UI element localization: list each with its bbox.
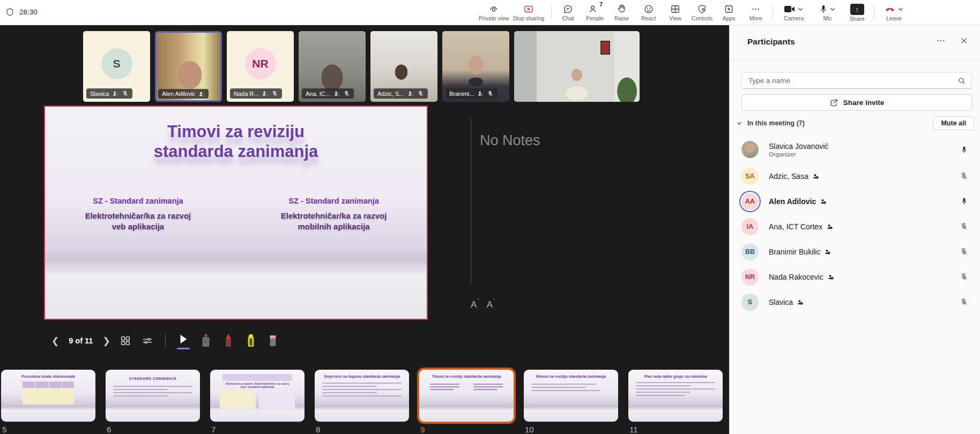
mic-off-icon[interactable] bbox=[960, 247, 968, 256]
video-tile-adzic[interactable]: Adzic, S... bbox=[370, 31, 437, 102]
participant-row[interactable]: BB Branimir Bukilic bbox=[730, 239, 980, 264]
mic-off-icon[interactable] bbox=[960, 222, 968, 231]
filmstrip-slide-5[interactable]: Procedura izrade dokumenata 5 bbox=[1, 370, 95, 434]
mic-label: Mic bbox=[823, 16, 831, 21]
controls-icon bbox=[696, 4, 708, 14]
filmstrip-slide-6[interactable]: STANDARD ZANIMANJA 6 bbox=[106, 370, 200, 434]
participants-panel: Participants Share invite In this meetin… bbox=[729, 25, 980, 434]
guest-badge-icon bbox=[812, 173, 819, 179]
grid-view-button[interactable] bbox=[120, 335, 131, 347]
private-view-button[interactable]: Private view bbox=[479, 0, 509, 25]
share-label: Share bbox=[850, 16, 865, 22]
mic-on-icon[interactable] bbox=[960, 197, 968, 206]
participant-search[interactable] bbox=[741, 72, 972, 89]
wall-poster bbox=[600, 41, 610, 55]
chevron-down-icon[interactable] bbox=[736, 120, 743, 126]
react-button[interactable]: React bbox=[635, 0, 662, 25]
mic-off-icon[interactable] bbox=[960, 171, 968, 181]
video-tile-slavica[interactable]: S Slavica bbox=[83, 31, 150, 102]
laser-pointer-button[interactable] bbox=[199, 333, 212, 348]
filmstrip-slide-9-current[interactable]: Timovi za reviziju standarda zanimanja 9 bbox=[419, 370, 514, 434]
pen-tool-button[interactable] bbox=[222, 333, 235, 348]
avatar: SA bbox=[741, 168, 759, 185]
view-label: View bbox=[669, 16, 681, 21]
filmstrip-slide-11[interactable]: Plan rada radne grupe sa rokovima 11 bbox=[628, 370, 723, 434]
controls-button[interactable]: Controls bbox=[689, 0, 716, 25]
cursor-tool-button[interactable] bbox=[177, 333, 190, 349]
mic-on-icon[interactable] bbox=[960, 145, 968, 154]
participant-row-organizer[interactable]: Slavica Jovanović Organizer bbox=[730, 136, 980, 163]
mic-off-icon[interactable] bbox=[960, 297, 968, 306]
slide-settings-button[interactable] bbox=[141, 335, 154, 347]
font-decrease-button[interactable]: Aˇ bbox=[487, 300, 495, 310]
panel-close-button[interactable] bbox=[960, 36, 968, 46]
share-button[interactable]: ↑ Share bbox=[844, 0, 871, 25]
leave-chevron-icon[interactable] bbox=[897, 6, 904, 12]
participant-row[interactable]: S Slavica bbox=[730, 289, 980, 315]
eraser-icon bbox=[267, 333, 279, 348]
video-tile-alen[interactable]: Alen Adilovic bbox=[155, 31, 222, 102]
avatar: S bbox=[741, 294, 759, 311]
video-tile-ana[interactable]: Ana, IC... bbox=[299, 31, 366, 102]
stop-sharing-button[interactable]: Stop sharing bbox=[509, 0, 548, 25]
laser-pointer-icon bbox=[199, 333, 212, 348]
slide-right-column: SZ - Standard zanimanja Elektrotehničar/… bbox=[257, 197, 411, 232]
view-button[interactable]: View bbox=[662, 0, 689, 25]
mute-all-button[interactable]: Mute all bbox=[933, 116, 974, 130]
slide-title: Timovi za reviziju standarda zanimanja bbox=[45, 122, 427, 161]
video-tile-presenter[interactable] bbox=[514, 31, 640, 102]
panel-more-button[interactable] bbox=[936, 36, 946, 46]
highlighter-tool-button[interactable] bbox=[244, 333, 257, 348]
guest-badge-icon bbox=[477, 91, 484, 96]
shared-slide[interactable]: Timovi za reviziju standarda zanimanja S… bbox=[44, 106, 428, 320]
guest-badge-icon bbox=[824, 249, 831, 255]
next-slide-button[interactable]: ❯ bbox=[98, 333, 114, 349]
red-pen-icon bbox=[222, 333, 235, 348]
people-button[interactable]: 7 People bbox=[582, 0, 608, 25]
participant-row[interactable]: NR Nada Rakocevic bbox=[730, 264, 980, 289]
slide-number: 10 bbox=[525, 425, 618, 434]
section-label: In this meeting (7) bbox=[747, 119, 805, 127]
mic-chevron-icon[interactable] bbox=[829, 6, 836, 12]
video-tile-branimir[interactable]: Branimi... bbox=[442, 31, 509, 102]
camera-chevron-icon[interactable] bbox=[797, 6, 804, 12]
filmstrip-slide-10[interactable]: Rokovi za reviziju standarda zanimanja 1… bbox=[524, 370, 618, 434]
participant-nameplate: Slavica bbox=[86, 88, 132, 99]
more-button[interactable]: More bbox=[743, 0, 769, 25]
guest-badge-icon bbox=[826, 223, 833, 230]
participant-row[interactable]: SA Adzic, Sasa bbox=[730, 163, 980, 189]
selected-tool-indicator bbox=[177, 348, 190, 349]
toolbar-divider bbox=[773, 6, 773, 20]
participant-nameplate: Adzic, S... bbox=[374, 88, 428, 99]
participant-row[interactable]: IA Ana, ICT Cortex bbox=[730, 214, 980, 239]
participant-row-speaking[interactable]: AA Alen Adilovic bbox=[730, 189, 980, 214]
highlighter-icon bbox=[244, 333, 257, 348]
filmstrip-slide-7[interactable]: Obrazovni program: Elektrotehničar za ra… bbox=[210, 370, 305, 434]
previous-slide-button[interactable]: ❮ bbox=[47, 333, 63, 349]
apps-button[interactable]: Apps bbox=[716, 0, 743, 25]
leave-button[interactable]: Leave bbox=[878, 0, 911, 25]
people-count: 7 bbox=[599, 1, 603, 8]
avatar: S bbox=[101, 48, 132, 79]
slide-number: 6 bbox=[107, 425, 200, 434]
chat-button[interactable]: Chat bbox=[555, 0, 582, 25]
avatar: NR bbox=[741, 268, 759, 286]
camera-button[interactable]: Camera bbox=[776, 0, 812, 25]
controls-label: Controls bbox=[692, 16, 712, 21]
mic-off-icon[interactable] bbox=[960, 272, 968, 281]
shield-icon bbox=[5, 7, 14, 17]
share-invite-button[interactable]: Share invite bbox=[741, 94, 972, 111]
search-input[interactable] bbox=[747, 76, 957, 85]
eraser-tool-button[interactable] bbox=[267, 333, 279, 348]
chat-label: Chat bbox=[562, 16, 574, 21]
filmstrip-slide-8[interactable]: Smjernice za dopunu standarda zanimanja … bbox=[315, 370, 409, 434]
thumb-title: STANDARD ZANIMANJA bbox=[106, 370, 200, 381]
more-icon bbox=[936, 36, 946, 46]
react-label: React bbox=[641, 16, 656, 21]
raise-hand-button[interactable]: Raise bbox=[608, 0, 635, 25]
sliders-icon bbox=[141, 335, 154, 347]
video-tile-nada[interactable]: NR Nada R... bbox=[227, 31, 294, 102]
mic-button[interactable]: Mic bbox=[812, 0, 844, 25]
font-increase-button[interactable]: Aˆ bbox=[471, 300, 479, 310]
toolbar-divider bbox=[165, 334, 166, 348]
